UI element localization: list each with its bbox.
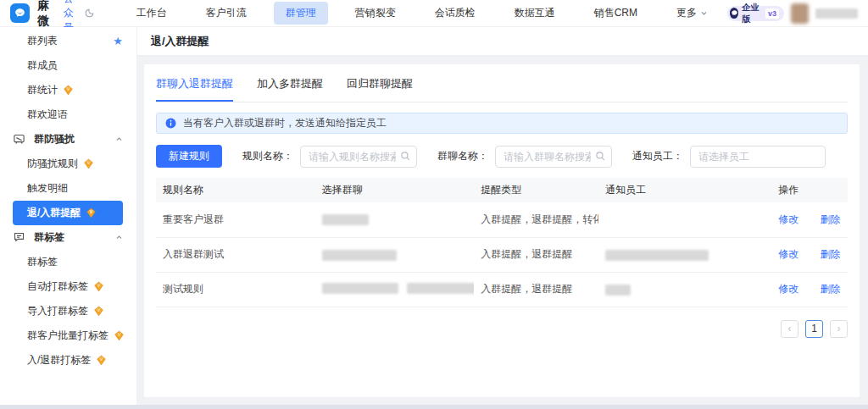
- sidebar-item-trigger-details[interactable]: 触发明细: [13, 176, 123, 201]
- notify-staff-select[interactable]: [690, 146, 826, 168]
- sidebar-item-group-members[interactable]: 群成员: [13, 53, 123, 78]
- main-area: 退/入群提醒 群聊入退群提醒 加入多群提醒 回归群聊提醒 当有客户入群或退群时，…: [137, 27, 868, 405]
- page-number-button[interactable]: 1: [805, 320, 823, 338]
- sidebar-item-group-list[interactable]: 群列表 ★: [13, 29, 123, 53]
- info-banner: 当有客户入群或退群时，发送通知给指定员工: [156, 113, 848, 134]
- nav-item-workbench[interactable]: 工作台: [125, 2, 179, 25]
- cell-selected-chats: [315, 272, 475, 307]
- table-row: 测试规则 入群提醒，退群提醒 修改: [156, 272, 848, 307]
- plan-badge-label: 企业版: [742, 2, 762, 25]
- cell-notify-staff: [598, 202, 771, 237]
- cell-actions: 修改 删除: [771, 272, 848, 307]
- notify-staff-select-wrap: [690, 146, 826, 168]
- nav-more-label: 更多: [676, 6, 697, 20]
- redacted-text: [407, 283, 475, 294]
- col-actions: 操作: [771, 178, 848, 202]
- delete-link[interactable]: 删除: [821, 283, 841, 295]
- edit-link[interactable]: 修改: [778, 213, 798, 225]
- sidebar-item-exit-join-reminder[interactable]: 退/入群提醒 V: [13, 201, 123, 225]
- edit-link[interactable]: 修改: [778, 248, 798, 260]
- edit-link[interactable]: 修改: [778, 283, 798, 295]
- sidebar-item-batch-tagging[interactable]: 群客户批量打标签 V: [13, 323, 123, 348]
- sidebar-item-anti-harassment-rules[interactable]: 防骚扰规则 V: [13, 152, 123, 176]
- nav-item-chat-inspection[interactable]: 会话质检: [423, 2, 487, 25]
- svg-text:V: V: [90, 209, 93, 214]
- delete-link[interactable]: 删除: [821, 213, 841, 225]
- col-selected-chats: 选择群聊: [315, 178, 475, 202]
- info-banner-text: 当有客户入群或退群时，发送通知给指定员工: [183, 116, 387, 130]
- svg-text:V: V: [118, 332, 121, 337]
- cell-selected-chats: [315, 202, 475, 237]
- star-icon[interactable]: ★: [113, 35, 123, 47]
- nav-item-group-management[interactable]: 群管理: [274, 2, 328, 25]
- table-row: 重要客户退群 入群提醒，退群提醒，转化... 修改 删除: [156, 202, 848, 237]
- svg-text:V: V: [100, 356, 103, 362]
- vip-gem-icon: V: [96, 355, 107, 366]
- tab-bar: 群聊入退群提醒 加入多群提醒 回归群聊提醒: [156, 64, 848, 102]
- svg-text:V: V: [97, 307, 101, 312]
- nav-item-sales-crm[interactable]: 销售CRM: [582, 2, 649, 25]
- delete-link[interactable]: 删除: [821, 248, 841, 260]
- vip-gem-icon: V: [93, 281, 104, 292]
- tab-multi-group-reminder[interactable]: 加入多群提醒: [257, 76, 323, 102]
- content-card: 群聊入退群提醒 加入多群提醒 回归群聊提醒 当有客户入群或退群时，发送通知给指定…: [144, 64, 860, 397]
- nav-item-more[interactable]: 更多: [665, 2, 720, 25]
- redacted-text: [322, 283, 398, 294]
- cell-rule-name: 测试规则: [156, 272, 315, 307]
- sidebar-item-import-tagging[interactable]: 导入打群标签 V: [13, 299, 123, 323]
- sidebar-item-label: 群客户批量打标签: [27, 329, 108, 343]
- col-remind-type: 提醒类型: [474, 178, 598, 202]
- nav-item-data-exchange[interactable]: 数据互通: [503, 2, 567, 25]
- app-logo-icon: [10, 3, 30, 23]
- user-avatar[interactable]: [791, 3, 809, 24]
- chat-name-search-input[interactable]: [495, 146, 612, 168]
- table-header-row: 规则名称 选择群聊 提醒类型 通知员工 操作: [156, 178, 848, 202]
- sidebar: 群列表 ★ 群成员 群统计 V 群欢迎语 群防骚扰: [0, 27, 137, 405]
- rule-name-search-input[interactable]: [300, 146, 417, 168]
- sidebar-section-label: 群标签: [34, 230, 64, 245]
- nav-item-marketing-fission[interactable]: 营销裂变: [343, 2, 408, 25]
- tab-return-group-reminder[interactable]: 回归群聊提醒: [347, 76, 413, 102]
- col-notify-staff: 通知员工: [598, 178, 771, 202]
- prev-page-button[interactable]: ‹: [781, 320, 798, 338]
- chevron-up-icon[interactable]: [115, 234, 123, 241]
- sidebar-item-label: 导入打群标签: [27, 304, 88, 318]
- sidebar-section-anti-harassment[interactable]: 群防骚扰: [13, 127, 123, 152]
- svg-text:V: V: [67, 86, 70, 91]
- sidebar-item-label: 群成员: [27, 58, 58, 73]
- sidebar-item-group-tags[interactable]: 群标签: [13, 250, 123, 274]
- sidebar-item-auto-tagging[interactable]: 自动打群标签 V: [13, 274, 123, 299]
- plan-badge[interactable]: 企业版 v3: [727, 6, 784, 21]
- cell-rule-name: 入群退群测试: [156, 237, 315, 272]
- info-icon: [165, 118, 176, 129]
- sidebar-section-group-tags[interactable]: 群标签: [13, 225, 123, 250]
- sidebar-section-label: 群防骚扰: [34, 132, 75, 146]
- pagination: ‹ 1 ›: [156, 320, 848, 338]
- sidebar-item-join-exit-tagging[interactable]: 入/退群打标签 V: [13, 348, 123, 373]
- vip-gem-icon: V: [86, 207, 97, 218]
- plan-badge-icon: [730, 8, 738, 19]
- table-row: 入群退群测试 入群提醒，退群提醒 修改 删除: [156, 237, 848, 272]
- svg-text:V: V: [97, 283, 101, 288]
- cell-remind-type: 入群提醒，退群提醒: [474, 272, 598, 307]
- col-rule-name: 规则名称: [156, 178, 315, 202]
- cell-actions: 修改 删除: [771, 237, 848, 272]
- version-badge: v3: [765, 8, 779, 19]
- cell-actions: 修改 删除: [771, 202, 848, 237]
- sidebar-item-label: 触发明细: [27, 181, 68, 196]
- sidebar-item-label: 群列表: [27, 34, 58, 48]
- tab-group-exit-join-reminder[interactable]: 群聊入退群提醒: [156, 76, 233, 102]
- sidebar-item-group-welcome[interactable]: 群欢迎语: [13, 102, 123, 127]
- page-title: 退/入群提醒: [137, 27, 868, 55]
- cell-remind-type: 入群提醒，退群提醒，转化...: [474, 202, 598, 237]
- nav-item-customer-acquisition[interactable]: 客户引流: [194, 2, 259, 25]
- cell-notify-staff: [598, 237, 771, 272]
- sidebar-item-label: 群统计: [27, 83, 58, 97]
- theme-moon-icon[interactable]: [84, 8, 95, 19]
- next-page-button[interactable]: ›: [830, 320, 848, 338]
- new-rule-button[interactable]: 新建规则: [156, 145, 222, 168]
- sidebar-item-group-statistics[interactable]: 群统计 V: [13, 78, 123, 102]
- chevron-up-icon[interactable]: [115, 135, 123, 143]
- primary-nav: 工作台 客户引流 群管理 营销裂变 会话质检 数据互通 销售CRM 更多: [117, 2, 727, 25]
- cell-notify-staff: [598, 272, 771, 307]
